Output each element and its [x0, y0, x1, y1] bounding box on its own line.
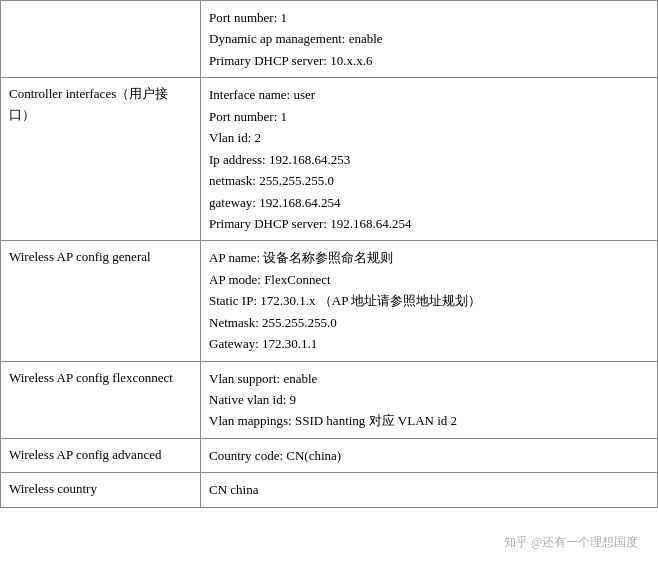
config-table: Port number: 1Dynamic ap management: ena…	[0, 0, 658, 508]
table-row: Controller interfaces（用户接口）Interface nam…	[1, 78, 658, 241]
cell-line: Country code: CN(china)	[209, 445, 649, 466]
cell-line: Vlan id: 2	[209, 127, 649, 148]
cell-line: Dynamic ap management: enable	[209, 28, 649, 49]
table-row: Wireless AP config generalAP name: 设备名称参…	[1, 241, 658, 361]
cell-line: Native vlan id: 9	[209, 389, 649, 410]
left-cell: Wireless AP config general	[1, 241, 201, 361]
left-cell: Wireless country	[1, 473, 201, 507]
cell-line: Ip address: 192.168.64.253	[209, 149, 649, 170]
cell-line: netmask: 255.255.255.0	[209, 170, 649, 191]
right-cell: AP name: 设备名称参照命名规则AP mode: FlexConnectS…	[201, 241, 658, 361]
table-row: Wireless countryCN china	[1, 473, 658, 507]
cell-line: AP mode: FlexConnect	[209, 269, 649, 290]
cell-line: Vlan mappings: SSID hanting 对应 VLAN id 2	[209, 410, 649, 431]
cell-line: Gateway: 172.30.1.1	[209, 333, 649, 354]
right-cell: CN china	[201, 473, 658, 507]
cell-line: Netmask: 255.255.255.0	[209, 312, 649, 333]
left-cell: Wireless AP config flexconnect	[1, 361, 201, 438]
cell-line: CN china	[209, 479, 649, 500]
cell-line: Primary DHCP server: 192.168.64.254	[209, 213, 649, 234]
page-container: Port number: 1Dynamic ap management: ena…	[0, 0, 658, 508]
cell-line: Primary DHCP server: 10.x.x.6	[209, 50, 649, 71]
right-cell: Country code: CN(china)	[201, 438, 658, 472]
right-cell: Port number: 1Dynamic ap management: ena…	[201, 1, 658, 78]
left-cell: Wireless AP config advanced	[1, 438, 201, 472]
table-row: Wireless AP config flexconnectVlan suppo…	[1, 361, 658, 438]
cell-line: Static IP: 172.30.1.x （AP 地址请参照地址规划）	[209, 290, 649, 311]
cell-line: Vlan support: enable	[209, 368, 649, 389]
cell-line: AP name: 设备名称参照命名规则	[209, 247, 649, 268]
right-cell: Interface name: userPort number: 1Vlan i…	[201, 78, 658, 241]
table-row: Wireless AP config advancedCountry code:…	[1, 438, 658, 472]
left-cell	[1, 1, 201, 78]
table-row: Port number: 1Dynamic ap management: ena…	[1, 1, 658, 78]
right-cell: Vlan support: enableNative vlan id: 9Vla…	[201, 361, 658, 438]
cell-line: gateway: 192.168.64.254	[209, 192, 649, 213]
left-cell: Controller interfaces（用户接口）	[1, 78, 201, 241]
cell-line: Port number: 1	[209, 106, 649, 127]
cell-line: Port number: 1	[209, 7, 649, 28]
cell-line: Interface name: user	[209, 84, 649, 105]
